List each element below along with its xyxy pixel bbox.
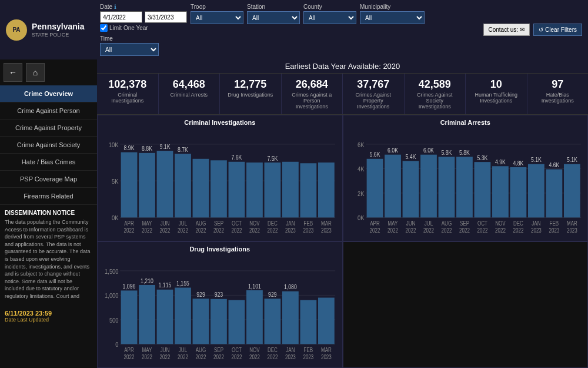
svg-text:MAR: MAR xyxy=(321,347,332,353)
svg-text:FEB: FEB xyxy=(304,220,313,227)
sidebar-item-psp-coverage-map[interactable]: PSP Coverage Map xyxy=(0,171,97,188)
sidebar-nav: ← ⌂ xyxy=(0,59,97,85)
svg-text:2022: 2022 xyxy=(405,227,416,234)
svg-rect-18 xyxy=(175,154,191,217)
svg-rect-6 xyxy=(121,152,138,218)
svg-text:0: 0 xyxy=(115,340,118,348)
svg-text:2022: 2022 xyxy=(231,227,242,234)
chart-empty xyxy=(343,241,589,368)
stat-crimes-against-person: 26,684 Crimes Against a Person Investiga… xyxy=(282,74,343,114)
back-button[interactable]: ← xyxy=(4,63,22,82)
sidebar-item-crime-against-person[interactable]: Crime Against Person xyxy=(0,102,97,120)
svg-rect-80 xyxy=(474,162,490,217)
svg-text:4.8K: 4.8K xyxy=(513,160,523,167)
svg-rect-72 xyxy=(438,157,455,217)
svg-rect-39 xyxy=(282,162,299,218)
sidebar-item-firearms-related[interactable]: Firearms Related xyxy=(0,188,97,205)
date-inputs xyxy=(100,11,187,23)
county-select[interactable]: All xyxy=(303,11,356,24)
svg-text:APR: APR xyxy=(124,220,134,227)
svg-text:2022: 2022 xyxy=(495,227,505,234)
station-select[interactable]: All xyxy=(247,11,300,24)
chart-ci-title: Criminal Investigations xyxy=(101,119,339,126)
svg-text:2022: 2022 xyxy=(477,227,487,234)
svg-text:8.8K: 8.8K xyxy=(142,145,152,152)
svg-text:1,115: 1,115 xyxy=(159,282,172,289)
content-area: Earliest Data Year Available: 2020 102,3… xyxy=(97,59,588,368)
svg-rect-139 xyxy=(246,290,263,344)
limit-one-year-label[interactable]: Limit One Year xyxy=(100,24,187,32)
charts-grid: Criminal Investigations 0K5K10K8.9KAPR20… xyxy=(97,115,588,368)
svg-text:2022: 2022 xyxy=(178,227,188,234)
svg-text:2023: 2023 xyxy=(566,227,577,234)
chart-ca-title: Criminal Arrests xyxy=(347,119,584,126)
svg-text:2023: 2023 xyxy=(549,227,559,234)
municipality-select[interactable]: All xyxy=(360,11,425,24)
svg-text:1,096: 1,096 xyxy=(123,283,136,290)
date-to-input[interactable] xyxy=(145,11,187,23)
svg-text:SEP: SEP xyxy=(459,220,469,227)
svg-text:6.0K: 6.0K xyxy=(423,147,434,154)
troop-select[interactable]: All xyxy=(191,11,243,24)
svg-text:JUN: JUN xyxy=(161,347,170,353)
stat-criminal-investigations: 102,378 Criminal Investigations xyxy=(97,74,159,114)
svg-text:2023: 2023 xyxy=(285,227,296,234)
svg-text:10K: 10K xyxy=(109,141,119,148)
svg-text:2022: 2022 xyxy=(213,227,224,234)
limit-one-year-checkbox[interactable] xyxy=(100,24,108,32)
svg-text:5.8K: 5.8K xyxy=(459,149,469,156)
info-icon: ℹ xyxy=(114,4,116,10)
svg-text:7.6K: 7.6K xyxy=(231,154,242,161)
stat-drug-investigations: 12,775 Drug Investigations xyxy=(220,74,282,114)
svg-text:MAY: MAY xyxy=(142,220,152,227)
svg-text:2022: 2022 xyxy=(267,227,278,234)
clear-label: Clear Filters xyxy=(545,26,577,33)
svg-text:NOV: NOV xyxy=(249,347,260,353)
header: PA Pennsylvania STATE POLICE Date ℹ Limi… xyxy=(0,0,588,59)
svg-text:8.7K: 8.7K xyxy=(178,146,188,153)
time-select[interactable]: All xyxy=(100,43,159,56)
svg-text:MAR: MAR xyxy=(566,220,577,227)
svg-text:JUL: JUL xyxy=(179,347,187,353)
svg-text:2022: 2022 xyxy=(231,354,242,360)
svg-rect-143 xyxy=(265,299,281,344)
sidebar-item-crime-overview[interactable]: Crime Overview xyxy=(0,85,97,102)
svg-text:JUN: JUN xyxy=(161,220,170,227)
svg-rect-88 xyxy=(510,167,526,217)
svg-text:FEB: FEB xyxy=(549,220,559,227)
svg-rect-45 xyxy=(318,163,335,217)
dissemination-text: The data populating the Community Access… xyxy=(5,218,92,300)
svg-text:2022: 2022 xyxy=(387,227,398,234)
svg-text:2022: 2022 xyxy=(459,227,469,234)
svg-rect-124 xyxy=(175,288,191,344)
sidebar-item-crime-against-property[interactable]: Crime Against Property xyxy=(0,120,97,137)
svg-text:2022: 2022 xyxy=(124,227,135,234)
stat-value-6: 10 xyxy=(472,78,521,91)
svg-rect-128 xyxy=(193,299,209,344)
clear-filters-button[interactable]: ↺ Clear Filters xyxy=(533,24,582,36)
contact-button[interactable]: Contact us: ✉ xyxy=(483,24,530,36)
svg-text:7.5K: 7.5K xyxy=(267,155,278,162)
sidebar-item-crime-against-society[interactable]: Crime Against Society xyxy=(0,137,97,154)
svg-rect-116 xyxy=(139,285,155,344)
svg-text:929: 929 xyxy=(196,291,205,298)
svg-text:AUG: AUG xyxy=(196,347,206,353)
chart-criminal-investigations: Criminal Investigations 0K5K10K8.9KAPR20… xyxy=(97,115,343,241)
date-from-input[interactable] xyxy=(100,11,142,23)
chart-drug-investigations: Drug Investigations 05001,0001,5001,096A… xyxy=(97,241,343,368)
chart-di-title: Drug Investigations xyxy=(101,246,339,253)
svg-text:5.1K: 5.1K xyxy=(566,156,577,163)
sidebar-item-hate-bias-crimes[interactable]: Hate / Bias Crimes xyxy=(0,154,97,171)
stat-label-4: Crimes Against Property Investigations xyxy=(349,92,398,110)
svg-text:NOV: NOV xyxy=(249,220,260,227)
svg-text:FEB: FEB xyxy=(304,347,313,353)
home-button[interactable]: ⌂ xyxy=(26,63,45,82)
svg-rect-76 xyxy=(456,157,473,217)
svg-rect-64 xyxy=(402,161,419,217)
svg-text:1,000: 1,000 xyxy=(105,291,119,299)
stat-label-2: Drug Investigations xyxy=(226,92,275,98)
org-name: Pennsylvania xyxy=(32,22,85,32)
svg-text:SEP: SEP xyxy=(214,347,223,353)
filters-area: Date ℹ Limit One Year Troop All xyxy=(100,4,477,56)
stat-label-3: Crimes Against a Person Investigations xyxy=(288,92,337,110)
